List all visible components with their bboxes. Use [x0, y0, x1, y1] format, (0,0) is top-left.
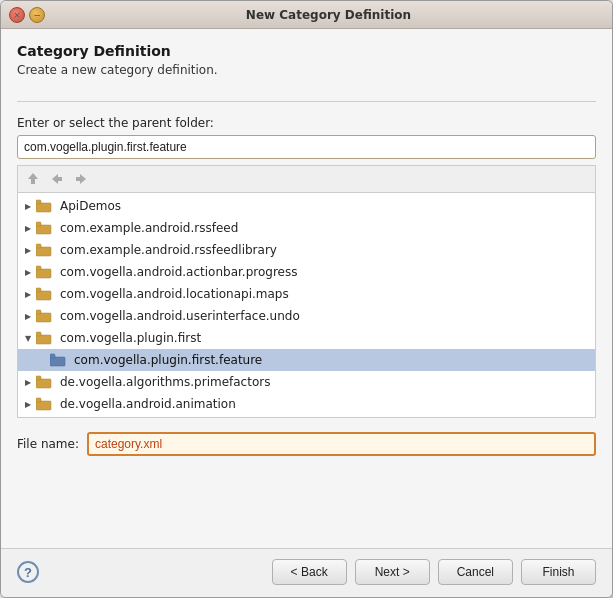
parent-folder-input[interactable]: [17, 135, 596, 159]
svg-rect-0: [31, 179, 35, 184]
expand-arrow-icon: [22, 376, 34, 388]
footer-buttons: < Back Next > Cancel Finish: [272, 559, 596, 585]
footer-left: ?: [17, 561, 39, 583]
navigate-up-button[interactable]: [22, 168, 44, 190]
tree-item-label: com.vogella.plugin.first.feature: [74, 353, 262, 367]
dialog-footer: ? < Back Next > Cancel Finish: [1, 548, 612, 597]
expand-arrow-icon: [22, 200, 34, 212]
folder-label: Enter or select the parent folder:: [17, 116, 596, 130]
tree-item[interactable]: com.vogella.plugin.first.feature: [18, 349, 595, 371]
tree-item-label: com.vogella.android.locationapi.maps: [60, 287, 289, 301]
filename-row: File name:: [17, 432, 596, 456]
section-title: Category Definition: [17, 43, 596, 59]
svg-rect-18: [36, 335, 51, 344]
tree-item[interactable]: com.vogella.android.locationapi.maps: [18, 283, 595, 305]
expand-arrow-icon: [22, 288, 34, 300]
window-title: New Category Definition: [53, 8, 604, 22]
svg-rect-17: [36, 310, 41, 314]
svg-rect-16: [36, 313, 51, 322]
folder-icon: [36, 287, 52, 301]
tree-item[interactable]: com.example.android.rssfeed: [18, 217, 595, 239]
navigate-forward-button[interactable]: [70, 168, 92, 190]
tree-item-label: com.vogella.plugin.first: [60, 331, 201, 345]
tree-item[interactable]: com.vogella.android.userinterface.undo: [18, 305, 595, 327]
folder-icon: [36, 375, 52, 389]
back-icon: [50, 172, 64, 186]
svg-rect-24: [36, 401, 51, 410]
svg-marker-4: [80, 174, 86, 184]
tree-item[interactable]: com.vogella.android.actionbar.progress: [18, 261, 595, 283]
tree-item-label: com.example.android.rssfeedlibrary: [60, 243, 277, 257]
svg-rect-22: [36, 379, 51, 388]
filename-input[interactable]: [87, 432, 596, 456]
close-button[interactable]: ×: [9, 7, 25, 23]
svg-rect-23: [36, 376, 41, 380]
tree-item[interactable]: ApiDemos: [18, 195, 595, 217]
help-button[interactable]: ?: [17, 561, 39, 583]
forward-icon: [74, 172, 88, 186]
expand-arrow-icon: [22, 332, 34, 344]
tree-item-label: com.example.android.rssfeed: [60, 221, 238, 235]
folder-icon: [50, 353, 66, 367]
svg-rect-5: [76, 177, 80, 181]
back-button[interactable]: < Back: [272, 559, 347, 585]
expand-arrow-icon: [22, 266, 34, 278]
svg-rect-20: [50, 357, 65, 366]
section-description: Create a new category definition.: [17, 63, 596, 77]
bottom-section: File name:: [17, 432, 596, 470]
tree-toolbar: [17, 165, 596, 192]
tree-item[interactable]: com.vogella.plugin.first: [18, 327, 595, 349]
titlebar-buttons: × −: [9, 7, 45, 23]
svg-rect-6: [36, 203, 51, 212]
svg-rect-14: [36, 291, 51, 300]
folder-icon: [36, 243, 52, 257]
tree-item[interactable]: de.vogella.algorithms.primefactors: [18, 371, 595, 393]
up-icon: [26, 172, 40, 186]
minimize-button[interactable]: −: [29, 7, 45, 23]
svg-rect-15: [36, 288, 41, 292]
tree-item-label: de.vogella.algorithms.primefactors: [60, 375, 270, 389]
file-tree-container[interactable]: ApiDemos com.example.android.rssfeed com…: [17, 192, 596, 418]
folder-icon: [36, 199, 52, 213]
svg-rect-19: [36, 332, 41, 336]
main-window: × − New Category Definition Category Def…: [0, 0, 613, 598]
svg-rect-25: [36, 398, 41, 402]
tree-item[interactable]: de.vogella.android.animation: [18, 393, 595, 415]
tree-item[interactable]: com.example.android.rssfeedlibrary: [18, 239, 595, 261]
tree-wrapper: ApiDemos com.example.android.rssfeed com…: [17, 165, 596, 418]
svg-rect-12: [36, 269, 51, 278]
svg-marker-1: [28, 173, 38, 179]
folder-icon: [36, 265, 52, 279]
cancel-button[interactable]: Cancel: [438, 559, 513, 585]
svg-rect-21: [50, 354, 55, 358]
folder-icon: [36, 331, 52, 345]
folder-icon: [36, 309, 52, 323]
svg-rect-9: [36, 222, 41, 226]
titlebar: × − New Category Definition: [1, 1, 612, 29]
tree-item-label: com.vogella.android.actionbar.progress: [60, 265, 297, 279]
svg-marker-2: [52, 174, 58, 184]
svg-rect-13: [36, 266, 41, 270]
svg-rect-11: [36, 244, 41, 248]
dialog-content: Category Definition Create a new categor…: [1, 29, 612, 548]
svg-rect-8: [36, 225, 51, 234]
expand-arrow-icon: [22, 222, 34, 234]
filename-label: File name:: [17, 437, 79, 451]
folder-icon: [36, 397, 52, 411]
expand-arrow-icon: [22, 244, 34, 256]
finish-button[interactable]: Finish: [521, 559, 596, 585]
svg-rect-3: [58, 177, 62, 181]
folder-icon: [36, 221, 52, 235]
navigate-back-button[interactable]: [46, 168, 68, 190]
next-button[interactable]: Next >: [355, 559, 430, 585]
svg-rect-10: [36, 247, 51, 256]
svg-rect-7: [36, 200, 41, 204]
tree-item-label: com.vogella.android.userinterface.undo: [60, 309, 300, 323]
tree-item-label: de.vogella.android.animation: [60, 397, 236, 411]
file-tree: ApiDemos com.example.android.rssfeed com…: [18, 193, 595, 417]
expand-arrow-icon: [22, 398, 34, 410]
expand-arrow-icon: [22, 310, 34, 322]
divider: [17, 101, 596, 102]
tree-item-label: ApiDemos: [60, 199, 121, 213]
